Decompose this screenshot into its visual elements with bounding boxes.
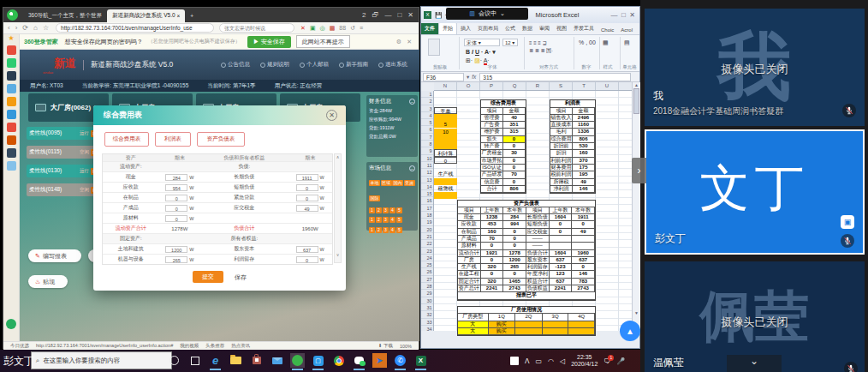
sidebar-bookmark-icon[interactable] — [7, 161, 16, 171]
modal-close-icon[interactable]: ✕ — [326, 110, 337, 121]
number-format[interactable]: % , 00 — [579, 39, 596, 45]
nav-item[interactable]: 个人邮箱 — [300, 61, 329, 69]
modal-value-input[interactable]: 1911 — [296, 174, 318, 181]
excel-cell[interactable]: 市场开拓 — [481, 158, 503, 165]
excel-cell[interactable]: 40 — [503, 115, 526, 122]
border-fill-color[interactable]: ⊞· ▨· A· — [466, 57, 490, 64]
excel-cell[interactable]: 2241 — [481, 285, 504, 292]
excel-cell[interactable]: 产品研发 — [481, 171, 503, 178]
excel-cell[interactable]: 利前利润 — [550, 158, 573, 165]
new-tab-button[interactable]: + — [185, 9, 199, 22]
excel-header-cell[interactable]: 3Q — [543, 314, 569, 321]
excel-cell[interactable]: 315 — [503, 129, 526, 135]
excel-cell[interactable]: 财务费用 — [550, 165, 573, 171]
sidebar-bookmark-icon[interactable] — [7, 71, 16, 81]
row-header[interactable]: 10 — [421, 155, 433, 162]
store-icon[interactable] — [249, 353, 264, 368]
modal-value-input[interactable]: 954 — [165, 184, 187, 191]
excel-cell[interactable]: 1238 — [481, 214, 504, 221]
row-header[interactable]: 23 — [421, 248, 433, 255]
modal-value-input[interactable]: 265 — [165, 256, 187, 263]
excel-cell[interactable]: —— — [526, 243, 550, 249]
participant-tile[interactable]: 佩莹摄像头已关闭温佩莹⌄ — [645, 261, 865, 372]
market-chip[interactable]: 本地 — [369, 180, 380, 186]
excel-cell[interactable]: 应收款 — [458, 221, 481, 228]
market-slot-badge[interactable]: 5 — [396, 217, 402, 223]
row-header[interactable]: 31 — [421, 304, 433, 311]
excel-header-cell[interactable]: 本年数 — [503, 207, 526, 214]
excel-cell[interactable]: 284 — [503, 214, 526, 221]
sidebar-bookmark-icon[interactable] — [7, 58, 16, 68]
market-slot-badge[interactable]: 3 — [383, 207, 389, 213]
excel-cell[interactable]: 现金 — [458, 214, 481, 221]
production-line-row[interactable]: 柔性线(0115)空闲P — [27, 146, 100, 159]
production-line-row[interactable]: 柔性线(0095)运行P — [27, 127, 100, 140]
excel-header-cell[interactable]: 项目 — [458, 207, 481, 214]
browser-search-box[interactable]: 张文宏采访时候说 — [219, 23, 294, 33]
refresh-icon[interactable]: ⟳ — [22, 24, 28, 32]
file-explorer-icon[interactable] — [229, 353, 243, 368]
ime-icon[interactable] — [510, 357, 519, 365]
row-header[interactable]: 28 — [421, 283, 433, 290]
scroll-down-icon[interactable]: ⌄ — [727, 355, 782, 372]
market-slot-badge[interactable]: 2 — [376, 227, 382, 233]
market-chip[interactable]: 亚洲 — [404, 180, 415, 186]
excel-cell[interactable]: 320 — [481, 279, 504, 285]
task-view-icon[interactable] — [187, 353, 202, 368]
row-header[interactable]: 18 — [421, 212, 433, 219]
excel-cell[interactable] — [434, 192, 457, 199]
production-line-row[interactable]: 柔性线(0130)运行P — [27, 165, 100, 177]
excel-cell[interactable]: 530 — [573, 143, 595, 150]
modal-tab-balance[interactable]: 资产负债表 — [197, 132, 245, 147]
excel-header-cell[interactable]: 项目 — [526, 207, 550, 214]
excel-cell[interactable]: 购买 — [489, 328, 516, 335]
excel-header-cell[interactable]: 4Q — [568, 314, 595, 321]
excel-cell[interactable] — [568, 328, 595, 335]
excel-cell[interactable]: 合计 — [481, 186, 503, 193]
mail-icon[interactable] — [270, 353, 284, 368]
excel-cell[interactable]: 265 — [503, 264, 526, 271]
status-bar-link[interactable]: http://182.92.73.164:7001/sven/manageUse… — [36, 343, 173, 348]
meeting-indicator-pill[interactable]: ▥会议中⌄ — [446, 8, 528, 20]
modal-value-input[interactable]: 0 — [296, 256, 318, 263]
excel-cell[interactable]: 短期负债 — [526, 221, 550, 228]
excel-cell[interactable]: 2743 — [572, 285, 595, 292]
excel-cell[interactable]: 1278 — [503, 250, 526, 257]
sidebar-bookmark-icon[interactable] — [7, 135, 16, 145]
excel-header-cell[interactable]: 金额 — [573, 108, 595, 115]
ribbon-tab-6[interactable]: 审阅 — [536, 23, 553, 34]
toolbar-ext-2[interactable]: ▣ — [310, 25, 316, 32]
favorites-star-icon[interactable]: ★ — [3, 34, 19, 42]
ribbon-tab-7[interactable]: 视图 — [553, 23, 570, 34]
excel-cell[interactable]: 负债合计 — [526, 250, 550, 257]
row-header[interactable]: 33 — [421, 319, 433, 326]
home-icon[interactable]: ⌂ — [33, 24, 38, 32]
excel-header-cell[interactable]: 上年数 — [481, 207, 504, 214]
excel-cell[interactable]: 股东资本 — [526, 257, 550, 264]
sidebar-green-icon[interactable] — [6, 319, 16, 329]
bold-italic-underline[interactable]: B I U · A· ▾ — [466, 49, 496, 56]
status-bar-link[interactable]: 头条推荐 — [205, 343, 224, 348]
excel-cell[interactable]: —— — [526, 236, 550, 243]
excel-cell[interactable]: 在制品 — [458, 229, 481, 236]
market-slot-badge[interactable]: 4 — [389, 217, 395, 223]
excel-cell[interactable]: 损失 — [481, 136, 503, 143]
excel-cell[interactable] — [434, 142, 457, 149]
excel-cell[interactable]: 1604 — [550, 214, 573, 221]
excel-cell[interactable]: 折旧前 — [550, 143, 573, 150]
excel-cell[interactable]: 0 — [503, 165, 526, 171]
row-header[interactable]: 12 — [421, 169, 433, 176]
excel-cell[interactable]: 195 — [573, 171, 595, 178]
excel-cell[interactable]: 160 — [481, 229, 504, 236]
excel-cell[interactable] — [515, 321, 543, 328]
excel-cell[interactable]: 销售收入 — [550, 115, 573, 122]
excel-cell[interactable]: 1960 — [572, 250, 595, 257]
excel-cell[interactable]: 0 — [503, 243, 526, 249]
collapse-icon[interactable]: − — [409, 99, 415, 105]
excel-header-cell[interactable]: 金额 — [503, 108, 526, 115]
excel-cell[interactable]: 0 — [572, 264, 595, 271]
market-chip[interactable]: 区域 — [381, 180, 392, 186]
discount-button[interactable]: ♨贴现 — [28, 275, 68, 288]
excel-cell[interactable]: 2496 — [573, 115, 595, 122]
excel-cell[interactable]: 637 — [550, 279, 573, 285]
